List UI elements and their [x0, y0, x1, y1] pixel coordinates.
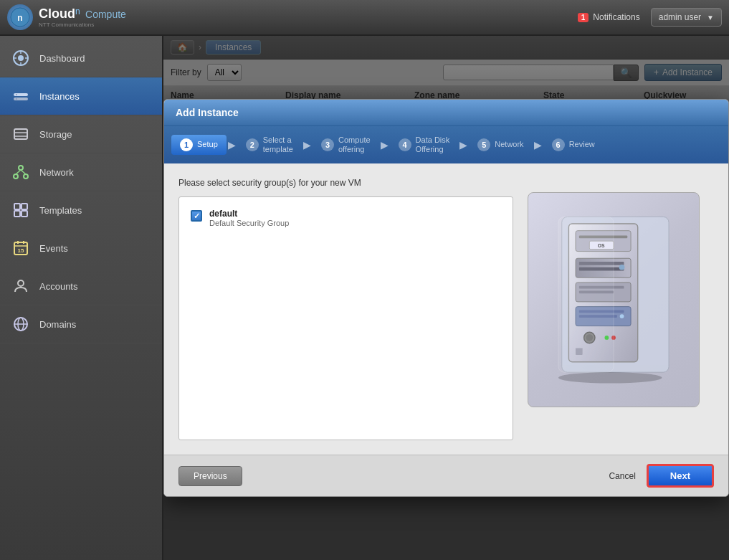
step-arrow-3: ▶ [381, 139, 389, 151]
events-label: Events [39, 243, 68, 254]
storage-label: Storage [39, 129, 72, 140]
steps-bar: 1 Setup ▶ 2 Select atemplate ▶ 3 Compute… [164, 126, 728, 163]
svg-rect-22 [14, 211, 20, 217]
svg-point-49 [620, 314, 624, 318]
step-3-number: 3 [321, 138, 334, 151]
svg-point-11 [16, 98, 17, 100]
security-group-info-default: default Default Security Group [209, 209, 289, 227]
templates-icon [11, 200, 31, 220]
sidebar-item-domains[interactable]: Domains [0, 305, 162, 343]
footer-right: Cancel Next [609, 464, 714, 488]
step-2-number: 2 [246, 138, 259, 151]
accounts-label: Accounts [39, 281, 77, 292]
svg-rect-20 [14, 204, 20, 209]
svg-point-15 [19, 166, 23, 170]
network-label: Network [39, 167, 74, 178]
step-1-label: Setup [197, 140, 218, 149]
dialog-body: Please select security group(s) for your… [164, 163, 728, 455]
sidebar-item-accounts[interactable]: Accounts [0, 267, 162, 305]
step-6-label: Review [569, 140, 595, 149]
add-instance-dialog: Add Instance 1 Setup ▶ 2 Select atemplat… [163, 99, 729, 497]
step-6-number: 6 [552, 138, 565, 151]
step-arrow-2: ▶ [303, 139, 311, 151]
admin-user-label: admin user [659, 12, 701, 22]
security-group-list: default Default Security Group [178, 196, 513, 440]
security-group-name-default: default [209, 209, 289, 219]
svg-point-10 [16, 94, 17, 95]
step-4-data-disk[interactable]: 4 Data DiskOffering [390, 132, 459, 158]
step-3-compute[interactable]: 3 Computeoffering [313, 132, 379, 158]
dialog-footer: Previous Cancel Next [164, 455, 728, 496]
svg-rect-21 [22, 204, 27, 209]
instances-icon [11, 86, 31, 106]
svg-point-42 [619, 265, 625, 270]
dialog-title: Add Instance [164, 100, 728, 126]
dialog-left-panel: Please select security group(s) for your… [178, 178, 513, 440]
step-arrow-4: ▶ [459, 139, 467, 151]
security-group-checkbox-default[interactable] [191, 210, 202, 222]
notifications-button[interactable]: 1 Notifications [578, 12, 640, 22]
security-group-desc-default: Default Security Group [209, 219, 289, 227]
step-1-number: 1 [180, 138, 193, 151]
sidebar-item-instances[interactable]: Instances [0, 77, 162, 115]
templates-label: Templates [39, 205, 82, 216]
events-icon: 15 [11, 238, 31, 258]
step-4-label: Data DiskOffering [416, 136, 450, 154]
svg-line-18 [16, 170, 21, 174]
step-2-template[interactable]: 2 Select atemplate [237, 132, 302, 158]
svg-rect-12 [14, 129, 27, 139]
sidebar-item-dashboard[interactable]: Dashboard [0, 39, 162, 77]
svg-point-16 [14, 174, 18, 179]
step-5-network[interactable]: 5 Network [469, 135, 532, 155]
step-2-label: Select atemplate [263, 136, 293, 154]
dashboard-icon [11, 48, 31, 68]
cancel-button[interactable]: Cancel [609, 471, 635, 481]
security-group-item-default: default Default Security Group [186, 204, 505, 232]
accounts-icon [11, 276, 31, 296]
svg-text:15: 15 [18, 247, 24, 254]
notification-badge: 1 [578, 13, 589, 22]
svg-point-56 [558, 372, 662, 383]
modal-overlay: Add Instance 1 Setup ▶ 2 Select atemplat… [163, 36, 729, 560]
step-6-review[interactable]: 6 Review [543, 135, 604, 155]
sidebar: Dashboard Instances Storage [0, 36, 163, 560]
security-group-prompt: Please select security group(s) for your… [178, 178, 513, 188]
step-4-number: 4 [399, 138, 411, 151]
step-arrow-1: ▶ [228, 139, 236, 151]
step-5-label: Network [495, 140, 523, 149]
svg-point-17 [24, 174, 28, 179]
main-layout: Dashboard Instances Storage [0, 36, 729, 560]
next-button[interactable]: Next [647, 464, 714, 488]
step-1-setup[interactable]: 1 Setup [171, 135, 227, 155]
svg-text:n: n [17, 13, 22, 23]
admin-user-button[interactable]: admin user ▼ [651, 8, 722, 27]
svg-rect-55 [558, 217, 614, 373]
logo-icon: n [7, 4, 33, 30]
svg-rect-23 [22, 211, 27, 217]
svg-point-3 [18, 55, 24, 61]
domains-icon [11, 314, 31, 334]
chevron-down-icon: ▼ [707, 14, 714, 22]
instances-label: Instances [39, 91, 80, 102]
logo-text: Cloudn Compute NTT Communications [39, 6, 126, 28]
server-illustration: OS [528, 192, 700, 407]
domains-label: Domains [39, 319, 76, 330]
step-3-label: Computeoffering [338, 136, 371, 154]
previous-button[interactable]: Previous [178, 466, 242, 486]
logo-area: n Cloudn Compute NTT Communications [7, 4, 126, 30]
dialog-right-panel: OS [528, 178, 714, 440]
svg-point-29 [18, 280, 24, 286]
sidebar-item-templates[interactable]: Templates [0, 191, 162, 229]
sidebar-item-events[interactable]: 15 Events [0, 229, 162, 267]
storage-icon [11, 124, 31, 144]
sidebar-item-network[interactable]: Network [0, 153, 162, 191]
network-icon [11, 162, 31, 182]
content-area: 🏠 › Instances Filter by All 🔍 + Add Inst… [163, 36, 729, 560]
app-header: n Cloudn Compute NTT Communications 1 No… [0, 0, 729, 36]
notifications-label: Notifications [593, 12, 639, 22]
step-arrow-5: ▶ [534, 139, 542, 151]
step-5-number: 5 [477, 138, 490, 151]
svg-line-19 [21, 170, 26, 174]
dashboard-label: Dashboard [39, 53, 85, 64]
sidebar-item-storage[interactable]: Storage [0, 115, 162, 153]
